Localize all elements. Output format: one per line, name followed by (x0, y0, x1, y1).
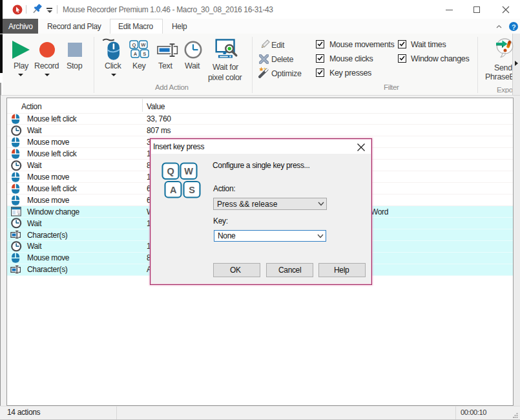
svg-text:A: A (134, 51, 138, 57)
svg-text:W: W (141, 42, 146, 48)
svg-text:W: W (184, 166, 193, 176)
svg-text:A: A (170, 185, 177, 195)
svg-text:S: S (143, 51, 146, 57)
svg-text:Q: Q (132, 42, 136, 48)
svg-text:Q: Q (167, 166, 174, 176)
svg-text:S: S (189, 185, 195, 195)
